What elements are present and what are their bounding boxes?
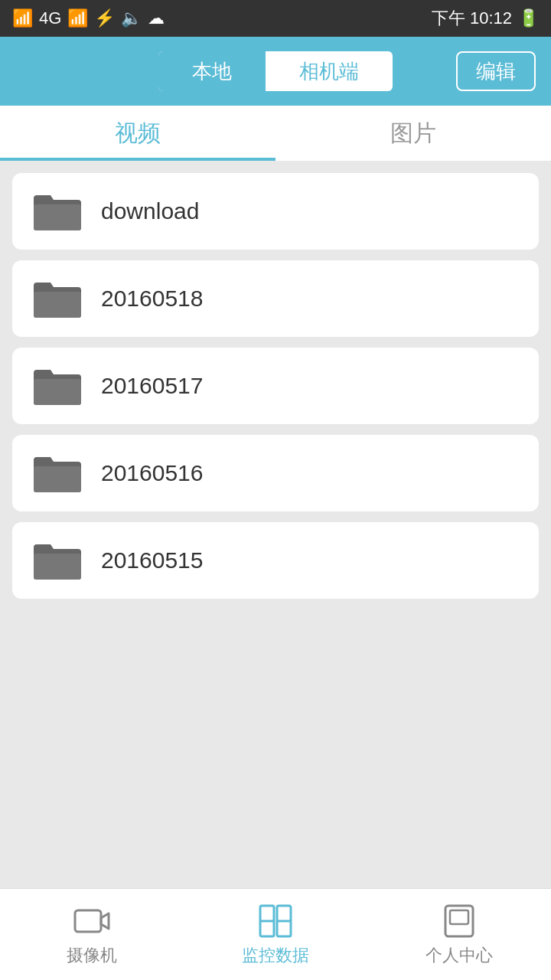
nav-item-monitor[interactable]: 监控数据 [184,903,367,967]
folder-name: 20160517 [101,373,203,399]
profile-nav-icon [439,903,479,939]
folder-name: download [101,198,199,224]
monitor-nav-icon [256,903,295,939]
folder-item[interactable]: 20160516 [12,435,539,511]
status-left: 📶 4G 📶 ⚡ 🔈 ☁ [12,8,165,28]
svg-rect-3 [34,466,81,492]
folder-icon [31,189,83,234]
svg-rect-12 [450,910,468,924]
monitor-nav-label: 监控数据 [242,944,309,967]
folder-icon [31,364,83,408]
time-display: 下午 10:12 [432,7,512,30]
folder-name: 20160518 [101,286,203,312]
svg-rect-0 [34,204,81,230]
svg-rect-5 [75,910,101,932]
wifi-icon: 📶 [67,8,88,28]
header: 本地 相机端 编辑 [0,37,551,106]
tab-bar: 视频 图片 [0,106,551,161]
edit-button[interactable]: 编辑 [456,51,536,91]
svg-rect-4 [34,554,81,580]
folder-name: 20160516 [101,460,203,486]
folder-item[interactable]: 20160517 [12,348,539,424]
folder-item[interactable]: 20160515 [12,522,539,599]
signal-icon: 📶 [12,8,33,28]
folder-item[interactable]: 20160518 [12,260,539,337]
local-toggle[interactable]: 本地 [158,51,266,91]
tab-photo[interactable]: 图片 [276,106,551,161]
status-bar: 📶 4G 📶 ⚡ 🔈 ☁ 下午 10:12 🔋 [0,0,551,37]
folder-list: download 20160518 20160517 20160516 [0,161,551,888]
battery-icon: 🔋 [518,8,539,28]
nav-item-camera[interactable]: 摄像机 [0,903,184,967]
camera-toggle[interactable]: 相机端 [266,51,393,91]
profile-nav-label: 个人中心 [425,944,493,967]
tab-video[interactable]: 视频 [0,106,276,161]
nav-item-profile[interactable]: 个人中心 [367,903,551,967]
svg-rect-1 [34,292,81,318]
usb-icon: ⚡ [94,8,115,28]
folder-item[interactable]: download [12,173,539,250]
toggle-group: 本地 相机端 [158,51,393,91]
folder-name: 20160515 [101,547,203,573]
bottom-nav: 摄像机 监控数据 个人中心 [0,888,551,980]
folder-icon [31,451,83,495]
status-right: 下午 10:12 🔋 [432,7,539,30]
cloud-icon: ☁ [148,8,165,28]
volume-icon: 🔈 [121,8,142,28]
camera-nav-icon [72,903,112,939]
camera-nav-label: 摄像机 [67,944,117,967]
folder-icon [31,276,83,321]
folder-icon [31,538,83,583]
svg-rect-2 [34,379,81,405]
network-type: 4G [39,8,61,28]
